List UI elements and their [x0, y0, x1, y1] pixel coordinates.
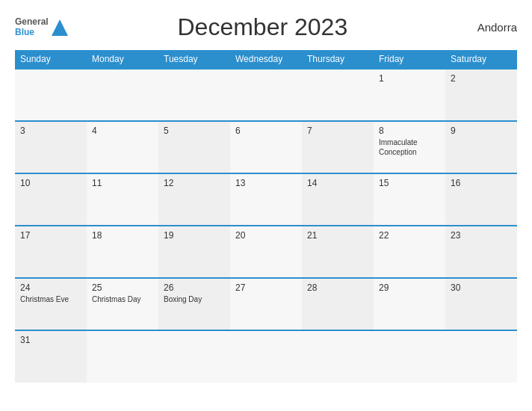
calendar-cell — [302, 69, 374, 121]
calendar-cell: 13 — [230, 173, 302, 226]
calendar-cell: 31 — [15, 330, 87, 383]
day-number: 27 — [235, 282, 297, 293]
calendar-cell: 29 — [374, 278, 445, 330]
logo-blue-text: Blue — [15, 28, 49, 37]
calendar-cell: 27 — [230, 278, 302, 330]
calendar-cell: 23 — [445, 226, 517, 278]
calendar-cell: 19 — [158, 226, 230, 278]
day-number: 20 — [235, 230, 297, 241]
calendar-cell — [230, 330, 302, 383]
day-number: 9 — [451, 126, 512, 136]
day-number: 1 — [379, 73, 440, 84]
calendar-cell: 24Christmas Eve — [15, 278, 87, 330]
calendar-cell — [87, 330, 158, 383]
calendar-cell — [15, 69, 87, 121]
day-number: 6 — [235, 126, 297, 136]
calendar-cell: 18 — [87, 226, 158, 278]
calendar-week-row: 345678Immaculate Conception9 — [15, 121, 517, 173]
calendar-cell: 9 — [445, 121, 517, 173]
day-number: 11 — [92, 178, 153, 188]
holiday-label: Christmas Eve — [20, 294, 81, 304]
col-saturday: Saturday — [445, 50, 517, 69]
day-number: 30 — [451, 282, 512, 293]
col-sunday: Sunday — [15, 50, 87, 69]
calendar-week-row: 10111213141516 — [15, 173, 517, 226]
calendar-cell: 21 — [302, 226, 374, 278]
holiday-label: Christmas Day — [92, 294, 153, 304]
col-wednesday: Wednesday — [230, 50, 302, 69]
calendar-cell: 14 — [302, 173, 374, 226]
calendar-cell: 8Immaculate Conception — [374, 121, 445, 173]
calendar-cell: 7 — [302, 121, 374, 173]
logo-icon — [52, 19, 68, 36]
page-title: December 2023 — [68, 13, 457, 41]
calendar-cell: 20 — [230, 226, 302, 278]
calendar-page: General Blue December 2023 Andorra Sunda… — [0, 0, 532, 411]
calendar-cell: 5 — [158, 121, 230, 173]
calendar-cell: 4 — [87, 121, 158, 173]
calendar-cell: 1 — [374, 69, 445, 121]
col-monday: Monday — [87, 50, 158, 69]
day-number: 18 — [92, 230, 153, 241]
day-number: 31 — [20, 335, 81, 345]
calendar-cell — [87, 69, 158, 121]
calendar-cell: 3 — [15, 121, 87, 173]
logo: General Blue — [15, 17, 68, 37]
day-number: 19 — [164, 230, 225, 241]
day-number: 28 — [307, 282, 368, 293]
col-thursday: Thursday — [302, 50, 374, 69]
calendar-week-row: 31 — [15, 330, 517, 383]
calendar-cell: 10 — [15, 173, 87, 226]
col-friday: Friday — [374, 50, 445, 69]
day-number: 12 — [164, 178, 225, 188]
weekday-header-row: Sunday Monday Tuesday Wednesday Thursday… — [15, 50, 517, 69]
calendar-cell — [445, 330, 517, 383]
calendar-cell: 15 — [374, 173, 445, 226]
calendar-cell: 2 — [445, 69, 517, 121]
calendar-cell — [374, 330, 445, 383]
calendar-cell: 6 — [230, 121, 302, 173]
calendar-cell: 25Christmas Day — [87, 278, 158, 330]
calendar-cell — [158, 330, 230, 383]
day-number: 4 — [92, 126, 153, 136]
calendar-week-row: 17181920212223 — [15, 226, 517, 278]
day-number: 21 — [307, 230, 368, 241]
day-number: 22 — [379, 230, 440, 241]
day-number: 14 — [307, 178, 368, 188]
day-number: 7 — [307, 126, 368, 136]
calendar-cell: 16 — [445, 173, 517, 226]
day-number: 17 — [20, 230, 81, 241]
calendar-cell: 12 — [158, 173, 230, 226]
calendar-cell — [158, 69, 230, 121]
calendar-cell: 26Boxing Day — [158, 278, 230, 330]
svg-marker-0 — [52, 19, 68, 36]
calendar-cell — [302, 330, 374, 383]
calendar-week-row: 12 — [15, 69, 517, 121]
day-number: 2 — [451, 73, 512, 84]
day-number: 25 — [92, 282, 153, 293]
calendar-cell — [230, 69, 302, 121]
calendar-cell: 17 — [15, 226, 87, 278]
day-number: 23 — [451, 230, 512, 241]
calendar-table: Sunday Monday Tuesday Wednesday Thursday… — [15, 50, 517, 383]
day-number: 10 — [20, 178, 81, 188]
col-tuesday: Tuesday — [158, 50, 230, 69]
header: General Blue December 2023 Andorra — [15, 13, 517, 41]
calendar-cell: 28 — [302, 278, 374, 330]
day-number: 26 — [164, 282, 225, 293]
day-number: 3 — [20, 126, 81, 136]
day-number: 15 — [379, 178, 440, 188]
calendar-cell: 22 — [374, 226, 445, 278]
calendar-week-row: 24Christmas Eve25Christmas Day26Boxing D… — [15, 278, 517, 330]
country-label: Andorra — [457, 21, 517, 34]
day-number: 29 — [379, 282, 440, 293]
day-number: 16 — [451, 178, 512, 188]
day-number: 5 — [164, 126, 225, 136]
day-number: 13 — [235, 178, 297, 188]
calendar-cell: 11 — [87, 173, 158, 226]
logo-general-text: General — [15, 17, 49, 27]
day-number: 24 — [20, 282, 81, 293]
calendar-cell: 30 — [445, 278, 517, 330]
holiday-label: Boxing Day — [164, 294, 225, 304]
day-number: 8 — [379, 126, 440, 136]
